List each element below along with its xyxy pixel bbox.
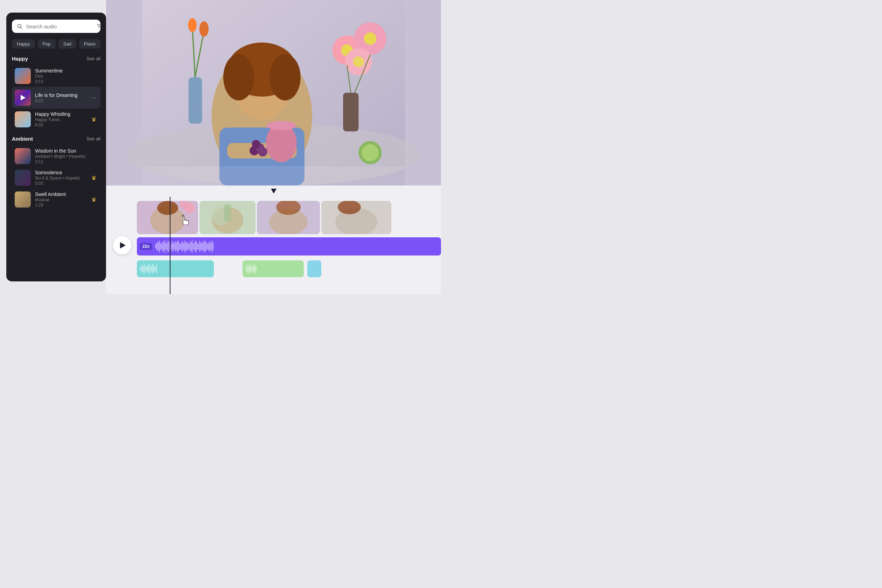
search-icon	[17, 24, 22, 29]
svg-point-30	[267, 121, 296, 130]
audio-track-teal[interactable]	[137, 260, 214, 277]
crown-somnolence: ♛	[90, 173, 98, 183]
search-input[interactable]	[26, 24, 92, 29]
track-name-swell: Swell Ambient	[35, 192, 86, 197]
timeline-header	[106, 186, 441, 197]
track-sub-somnolence: Sci-fi & Space • Hopeful	[35, 176, 86, 181]
track-sub-happy: Happy Tunes	[35, 117, 86, 122]
svg-line-1	[21, 27, 22, 29]
track-duration-happy: 6:02	[35, 123, 86, 128]
track-duration-somnolence: 5:03	[35, 181, 86, 186]
track-name-life: Life is for Dreaming	[35, 92, 86, 98]
clip-3[interactable]	[257, 201, 320, 234]
more-options-life[interactable]: ···	[90, 93, 98, 103]
svg-point-12	[270, 54, 300, 101]
track-wisdom[interactable]: Wisdom in the Sun Ambient • Bright • Pea…	[12, 145, 100, 167]
track-info-swell: Swell Ambient Musical 1:29	[35, 192, 86, 207]
svg-point-11	[223, 54, 254, 101]
clips-strip	[137, 201, 441, 234]
clip-1-thumb	[137, 201, 198, 234]
svg-rect-37	[142, 166, 405, 186]
happy-section: Happy See all Summertime Film 3:13 Life …	[12, 56, 100, 130]
track-thumb-wisdom	[15, 148, 31, 164]
clip-4-thumb	[321, 201, 391, 234]
tag-piano[interactable]: Piano	[79, 39, 100, 49]
audio-panel: Happy Pop Sad Piano Jazz Bi› Happy See a…	[6, 13, 106, 281]
track-name-somnolence: Somnolence	[35, 170, 86, 176]
tag-pop[interactable]: Pop	[38, 39, 56, 49]
svg-point-19	[188, 18, 196, 32]
audio-track-small[interactable]	[307, 260, 321, 277]
track-duration-swell: 1:29	[35, 202, 86, 207]
audio-track-green[interactable]	[243, 260, 304, 277]
scene-svg	[106, 0, 441, 186]
ambient-see-all[interactable]: See all	[87, 136, 100, 141]
timeline-play-button[interactable]	[113, 236, 131, 255]
track-name-summertime: Summertime	[35, 68, 98, 74]
waveform-green	[245, 264, 301, 274]
tag-happy[interactable]: Happy	[12, 39, 35, 49]
happy-section-title: Happy	[12, 56, 28, 62]
svg-point-36	[362, 144, 379, 161]
filter-icon[interactable]	[96, 23, 102, 29]
crown-happy-whistling: ♛	[90, 115, 98, 124]
track-sub-summertime: Film	[35, 74, 98, 79]
crown-swell: ♛	[90, 195, 98, 204]
svg-point-42	[157, 201, 178, 215]
svg-rect-20	[343, 93, 358, 131]
track-sub-swell: Musical	[35, 197, 86, 202]
ambient-section-header: Ambient See all	[12, 136, 100, 142]
clip-4[interactable]	[321, 201, 391, 234]
track-name-wisdom: Wisdom in the Sun	[35, 148, 98, 154]
play-triangle-timeline	[120, 242, 126, 249]
track-info-summertime: Summertime Film 3:13	[35, 68, 98, 84]
photo-scene	[106, 0, 441, 186]
right-panel: 22s	[106, 0, 441, 294]
track-sub-wisdom: Ambient • Bright • Peaceful	[35, 154, 98, 159]
track-duration-summertime: 3:13	[35, 79, 98, 84]
track-swell[interactable]: Swell Ambient Musical 1:29 ♛	[12, 189, 100, 210]
happy-section-header: Happy See all	[12, 56, 100, 62]
svg-point-34	[258, 147, 267, 157]
timeline-area: 22s	[106, 186, 441, 294]
ambient-section: Ambient See all Wisdom in the Sun Ambien…	[12, 136, 100, 210]
track-happy-whistling[interactable]: Happy Whistling Happy Tunes 6:02 ♛	[12, 108, 100, 130]
playhead-arrow-indicator	[271, 189, 276, 194]
track-duration-life: 0:22	[35, 98, 86, 103]
audio-time-label: 22s	[140, 243, 152, 250]
track-life-dreaming[interactable]: Life is for Dreaming 0:22 ···	[12, 87, 100, 108]
track-somnolence[interactable]: Somnolence Sci-fi & Space • Hopeful 5:03…	[12, 167, 100, 189]
track-thumb-swell	[15, 192, 31, 207]
track-duration-wisdom: 3:12	[35, 159, 98, 164]
tags-row: Happy Pop Sad Piano Jazz Bi›	[12, 39, 100, 49]
clip-1[interactable]	[137, 201, 198, 234]
clip-2-thumb	[200, 201, 255, 234]
search-bar[interactable]	[12, 20, 100, 33]
svg-point-33	[252, 140, 260, 148]
track-thumb-life	[15, 90, 31, 106]
tag-sad[interactable]: Sad	[58, 39, 76, 49]
track-thumb-somnolence	[15, 170, 31, 186]
svg-point-0	[18, 24, 21, 28]
track-info-life: Life is for Dreaming 0:22	[35, 92, 86, 103]
clip-2[interactable]	[200, 201, 255, 234]
track-summertime[interactable]: Summertime Film 3:13	[12, 65, 100, 87]
svg-point-17	[200, 21, 209, 37]
track-name-happy: Happy Whistling	[35, 111, 86, 117]
svg-rect-49	[224, 204, 231, 222]
svg-point-26	[353, 56, 364, 67]
timeline-content: 22s	[106, 197, 441, 294]
track-info-somnolence: Somnolence Sci-fi & Space • Hopeful 5:03	[35, 170, 86, 186]
audio-track-purple[interactable]: 22s	[137, 237, 441, 255]
playhead-line	[170, 197, 171, 294]
video-preview	[106, 0, 441, 186]
happy-see-all[interactable]: See all	[87, 56, 100, 61]
play-triangle-life	[21, 95, 26, 100]
svg-point-24	[364, 33, 376, 45]
waveform-purple	[155, 240, 438, 253]
track-thumb-summertime	[15, 68, 31, 84]
clip-3-thumb	[257, 201, 320, 234]
waveform-teal	[140, 264, 211, 274]
track-info-happy: Happy Whistling Happy Tunes 6:02	[35, 111, 86, 128]
svg-rect-15	[189, 77, 202, 124]
